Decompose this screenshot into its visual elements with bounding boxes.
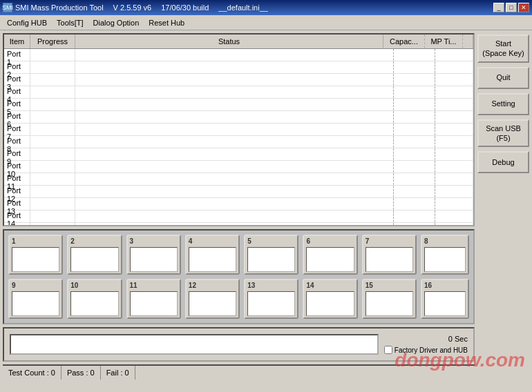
table-row: Port 5 [4,99,473,111]
factory-label: Factory Driver and HUB [395,346,468,354]
port-cell-4: 4 [185,235,240,275]
port-inner [306,291,354,316]
table-container: Item Progress Status Capac... MP Ti... P… [3,33,475,226]
port-number: 2 [70,237,75,246]
setting-button[interactable]: Setting [477,93,529,115]
port-number: 3 [130,237,134,246]
menu-reset-hub[interactable]: Reset Hub [144,16,189,30]
table-header: Item Progress Status Capac... MP Ti... [4,35,473,49]
table-row: Port 3 [4,74,473,86]
port-cell-9: 9 [8,279,63,319]
start-button[interactable]: Start(Space Key) [477,35,529,63]
cell-capacity [394,223,435,226]
port-cell-10: 10 [67,279,122,319]
port-inner [247,247,295,272]
main-container: Item Progress Status Capac... MP Ti... P… [0,30,532,392]
port-number: 15 [365,282,373,290]
app-build: 17/06/30 build [161,3,209,12]
port-cell-3: 3 [126,235,181,275]
menu-tools[interactable]: Tools[T] [53,16,88,30]
app-version: V 2.5.59 v6 [113,3,152,12]
port-cell-15: 15 [362,279,417,319]
port-inner [365,247,413,272]
port-cell-7: 7 [362,235,417,275]
port-number: 12 [189,282,196,290]
pass-count: Pass : 0 [61,366,101,380]
port-number: 11 [130,282,137,290]
app-title: SMI Mass Production Tool [15,3,104,12]
port-cell-6: 6 [303,235,357,275]
col-mptime: MP Ti... [425,35,463,48]
main-progress-bar [10,334,379,355]
factory-checkbox[interactable] [384,346,392,354]
cell-status [75,223,394,226]
port-inner [189,291,236,316]
port-inner [12,291,59,316]
port-inner [424,291,466,316]
table-row: Port 8 [4,136,473,148]
table-row: Port 6 [4,111,473,124]
cell-mptime [435,223,473,226]
maximize-button[interactable]: □ [506,3,517,12]
menu-bar: Config HUB Tools[T] Dialog Option Reset … [0,15,532,30]
port-inner [424,247,466,272]
port-cell-11: 11 [126,279,181,319]
port-number: 4 [189,237,193,246]
port-number: 10 [70,282,78,290]
port-number: 16 [424,282,432,290]
title-bar-left: SMI SMI Mass Production Tool V 2.5.59 v6… [3,3,268,12]
test-count: Test Count : 0 [3,366,61,380]
quit-button[interactable]: Quit [477,67,529,89]
cell-progress [30,223,75,226]
port-number: 6 [306,237,310,246]
status-bar: Test Count : 0 Pass : 0 Fail : 0 [3,364,475,380]
port-number: 9 [12,282,16,290]
port-inner [130,291,178,316]
port-cell-1: 1 [8,235,63,275]
port-number: 5 [247,237,251,246]
timer-label: 0 Sec [448,335,468,343]
cell-item: Port 15 [4,223,30,226]
table-body[interactable]: Port 1 Port 2 Port 3 Port 4 Port 5 Port … [4,49,473,226]
port-cell-2: 2 [67,235,122,275]
app-ini: __default.ini__ [218,3,268,12]
port-inner [70,247,118,272]
table-row: Port 9 [4,148,473,161]
debug-button[interactable]: Debug [477,151,529,173]
col-progress: Progress [30,35,75,48]
table-row: Port 13 [4,198,473,210]
left-panel: Item Progress Status Capac... MP Ti... P… [3,33,475,389]
menu-config-hub[interactable]: Config HUB [3,16,51,30]
port-cell-14: 14 [303,279,357,319]
minimize-button[interactable]: _ [493,3,504,12]
col-capacity: Capac... [383,35,425,48]
table-row: Port 10 [4,161,473,173]
port-number: 14 [306,282,314,290]
scan-usb-button[interactable]: Scan USB(F5) [477,119,529,148]
port-row-2: 9 10 11 12 13 14 15 16 [8,279,469,319]
port-grid: 1 2 3 4 5 6 7 8 9 [3,229,475,324]
title-bar: SMI SMI Mass Production Tool V 2.5.59 v6… [0,0,532,15]
port-inner [12,247,59,272]
menu-dialog-option[interactable]: Dialog Option [89,16,144,30]
table-row: Port 12 [4,186,473,198]
port-inner [70,291,118,316]
table-row: Port 2 [4,61,473,74]
port-cell-12: 12 [185,279,240,319]
right-panel: Start(Space Key) Quit Setting Scan USB(F… [477,33,529,389]
app-icon: SMI [3,3,12,12]
table-row: Port 15 [4,223,473,226]
table-row: Port 14 [4,210,473,223]
col-scroll-placeholder [463,35,473,48]
title-bar-buttons: _ □ ✕ [493,3,529,12]
fail-count: Fail : 0 [101,366,135,380]
col-status: Status [75,35,383,48]
port-number: 13 [247,282,255,290]
table-row: Port 7 [4,124,473,136]
port-inner [189,247,236,272]
port-cell-16: 16 [421,279,469,319]
port-number: 8 [424,237,428,246]
port-cell-8: 8 [421,235,469,275]
table-row: Port 1 [4,49,473,61]
close-button[interactable]: ✕ [518,3,529,12]
